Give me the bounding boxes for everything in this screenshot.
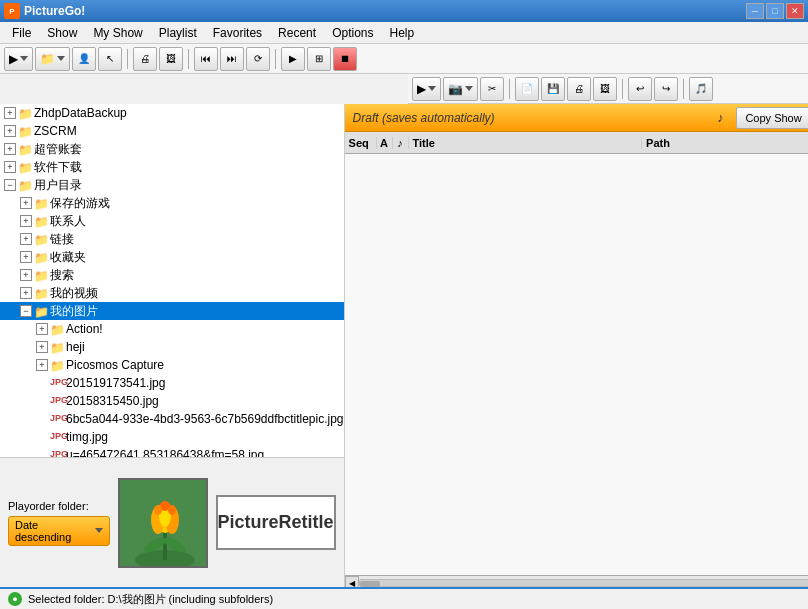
tree-item[interactable]: +📁搜索: [0, 266, 344, 284]
cut-button[interactable]: ✂: [480, 77, 504, 101]
separator-r3: [683, 79, 684, 99]
tree-item[interactable]: JPG201519173541.jpg: [0, 374, 344, 392]
file-tree[interactable]: +📁ZhdpDataBackup+📁ZSCRM+📁超管账套+📁软件下载−📁用户目…: [0, 104, 344, 457]
show-header: Draft (saves automatically) ♪ Copy Show …: [345, 104, 808, 132]
tree-item[interactable]: +📁超管账套: [0, 140, 344, 158]
menu-recent[interactable]: Recent: [270, 24, 324, 42]
stop-button[interactable]: ⏹: [333, 47, 357, 71]
play-dropdown[interactable]: ▶: [4, 47, 33, 71]
tree-toggle[interactable]: +: [36, 359, 48, 371]
tree-item[interactable]: JPG20158315450.jpg: [0, 392, 344, 410]
slide-dropdown-arrow: [465, 86, 473, 91]
people-button[interactable]: 👤: [72, 47, 96, 71]
next-icon: ⏭: [227, 53, 237, 64]
save-file-button[interactable]: 💾: [541, 77, 565, 101]
tree-item[interactable]: +📁收藏夹: [0, 248, 344, 266]
playorder-folder-dropdown[interactable]: Date descending: [8, 516, 110, 546]
tree-item-label: 我的图片: [50, 303, 98, 320]
jpg-icon: JPG: [50, 377, 64, 389]
copy-show-button[interactable]: Copy Show: [736, 107, 808, 129]
people-icon: 👤: [78, 53, 90, 64]
tree-item[interactable]: +📁heji: [0, 338, 344, 356]
close-button[interactable]: ✕: [786, 3, 804, 19]
tree-toggle[interactable]: −: [20, 305, 32, 317]
print-icon: 🖨: [140, 53, 150, 64]
playorder-folder-value: Date descending: [15, 519, 91, 543]
playlist-body: [345, 154, 808, 575]
maximize-button[interactable]: □: [766, 3, 784, 19]
menu-file[interactable]: File: [4, 24, 39, 42]
expand-button[interactable]: ⊞: [307, 47, 331, 71]
tree-toggle[interactable]: +: [20, 287, 32, 299]
tree-item[interactable]: −📁我的图片: [0, 302, 344, 320]
tree-item[interactable]: +📁软件下载: [0, 158, 344, 176]
tree-toggle[interactable]: +: [20, 215, 32, 227]
left-panel: +📁ZhdpDataBackup+📁ZSCRM+📁超管账套+📁软件下载−📁用户目…: [0, 104, 345, 609]
tree-item[interactable]: JPGtimg.jpg: [0, 428, 344, 446]
tree-item-label: Picosmos Capture: [66, 358, 164, 372]
tree-toggle[interactable]: +: [20, 269, 32, 281]
tree-item-label: 软件下载: [34, 159, 82, 176]
play2-button[interactable]: ▶: [281, 47, 305, 71]
undo-button[interactable]: ↩: [628, 77, 652, 101]
tree-item[interactable]: +📁保存的游戏: [0, 194, 344, 212]
tree-item-label: 我的视频: [50, 285, 98, 302]
hscroll-track[interactable]: [359, 579, 808, 587]
redo-button[interactable]: ↪: [654, 77, 678, 101]
tree-toggle[interactable]: −: [4, 179, 16, 191]
tree-toggle[interactable]: +: [4, 125, 16, 137]
image2-button[interactable]: 🖼: [593, 77, 617, 101]
print-button[interactable]: 🖨: [133, 47, 157, 71]
titlebar-left: P PictureGo!: [4, 3, 85, 19]
print2-button[interactable]: 🖨: [567, 77, 591, 101]
hscroll-thumb[interactable]: [360, 581, 380, 587]
new-file-button[interactable]: 📄: [515, 77, 539, 101]
menu-help[interactable]: Help: [382, 24, 423, 42]
tree-toggle[interactable]: +: [4, 107, 16, 119]
tree-item[interactable]: +📁链接: [0, 230, 344, 248]
tree-toggle[interactable]: +: [4, 143, 16, 155]
next-button[interactable]: ⏭: [220, 47, 244, 71]
tree-toggle[interactable]: +: [4, 161, 16, 173]
tree-item[interactable]: JPGu=465472641,853186438&fm=58.jpg: [0, 446, 344, 457]
folder-icon: 📁: [18, 107, 32, 119]
tree-item[interactable]: +📁ZSCRM: [0, 122, 344, 140]
tree-item[interactable]: JPG6bc5a044-933e-4bd3-9563-6c7b569ddfbct…: [0, 410, 344, 428]
menu-playlist[interactable]: Playlist: [151, 24, 205, 42]
image-button[interactable]: 🖼: [159, 47, 183, 71]
refresh-button[interactable]: ⟳: [246, 47, 270, 71]
folder-icon: 📁: [50, 359, 64, 371]
tree-toggle[interactable]: +: [36, 323, 48, 335]
tree-item[interactable]: +📁Picosmos Capture: [0, 356, 344, 374]
minimize-button[interactable]: ─: [746, 3, 764, 19]
tree-item-label: u=465472641,853186438&fm=58.jpg: [66, 448, 264, 457]
col-header-note: ♪: [393, 137, 409, 149]
tree-item[interactable]: +📁ZhdpDataBackup: [0, 104, 344, 122]
tree-item-label: 201519173541.jpg: [66, 376, 165, 390]
menu-options[interactable]: Options: [324, 24, 381, 42]
tree-toggle[interactable]: +: [20, 197, 32, 209]
preview-title-box: PictureRetitle: [216, 495, 336, 550]
tree-item-label: 超管账套: [34, 141, 82, 158]
menu-show[interactable]: Show: [39, 24, 85, 42]
folder-dropdown[interactable]: 📁: [35, 47, 70, 71]
tree-item[interactable]: +📁我的视频: [0, 284, 344, 302]
menu-favorites[interactable]: Favorites: [205, 24, 270, 42]
undo-icon: ↩: [636, 83, 644, 94]
separator3: [275, 49, 276, 69]
menu-myshow[interactable]: My Show: [85, 24, 150, 42]
cursor-button[interactable]: ↖: [98, 47, 122, 71]
tree-item[interactable]: +📁Action!: [0, 320, 344, 338]
jpg-icon: JPG: [50, 449, 64, 457]
prev-button[interactable]: ⏮: [194, 47, 218, 71]
tree-toggle[interactable]: +: [20, 233, 32, 245]
svg-point-13: [168, 505, 176, 515]
tree-toggle[interactable]: +: [36, 341, 48, 353]
tree-item[interactable]: −📁用户目录: [0, 176, 344, 194]
play-right-dropdown[interactable]: ▶: [412, 77, 441, 101]
music-icon-btn[interactable]: ♪: [710, 108, 730, 128]
tree-toggle[interactable]: +: [20, 251, 32, 263]
tree-item[interactable]: +📁联系人: [0, 212, 344, 230]
slide-dropdown[interactable]: 📷: [443, 77, 478, 101]
music2-button[interactable]: 🎵: [689, 77, 713, 101]
